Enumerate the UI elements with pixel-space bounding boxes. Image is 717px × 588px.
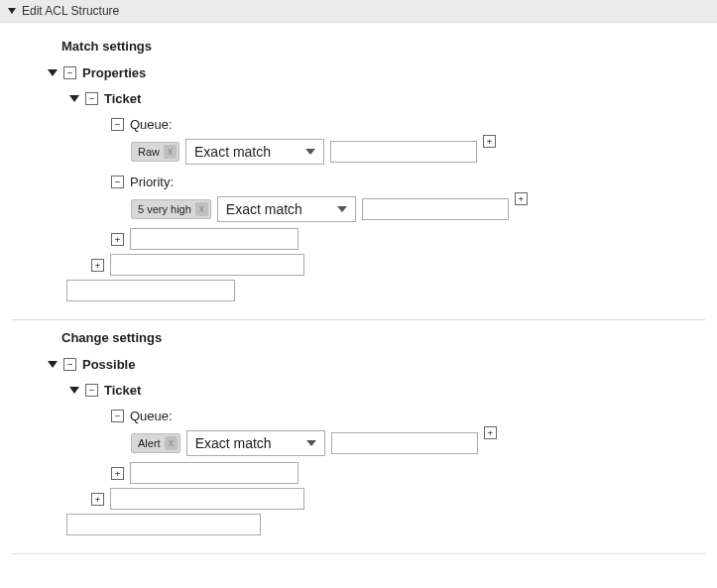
match-ticket-add-field-input[interactable] (130, 228, 299, 250)
match-properties-add-button[interactable]: + (91, 259, 104, 272)
match-priority-add-button[interactable]: + (515, 192, 528, 205)
change-queue-value-input[interactable] (331, 432, 478, 454)
match-queue-tag-text: Raw (138, 146, 160, 158)
change-queue-tag-text: Alert (138, 437, 161, 449)
change-queue-tag: Alert x (131, 433, 180, 453)
panel-title: Edit ACL Structure (22, 4, 119, 18)
match-ticket-collapse-button[interactable]: − (85, 92, 98, 105)
match-root-add-input[interactable] (66, 280, 235, 301)
match-ticket-node: − Ticket (69, 87, 705, 109)
match-section-title: Match settings (61, 39, 705, 54)
panel-body: Match settings − Properties − Ticket − Q… (0, 23, 717, 554)
change-queue-label: Queue: (130, 409, 173, 423)
match-queue-match-value: Exact match (194, 144, 271, 160)
possible-caret-icon[interactable] (48, 361, 58, 368)
match-queue-tag-remove[interactable]: x (164, 145, 177, 159)
change-possible-add-row: + (91, 488, 705, 510)
match-properties-add-row: + (91, 254, 705, 276)
change-ticket-add-field-button[interactable]: + (111, 467, 124, 480)
change-ticket-add-field-row: + (111, 462, 705, 484)
match-ticket-caret-icon[interactable] (69, 95, 79, 102)
match-ticket-label: Ticket (104, 91, 141, 106)
match-root-add-row (66, 280, 705, 301)
change-queue-match-select[interactable]: Exact match (186, 430, 325, 456)
divider (12, 319, 705, 320)
match-priority-row: 5 very high x Exact match + (131, 196, 705, 222)
change-root-add-input[interactable] (66, 514, 261, 535)
match-priority-header: − Priority: (111, 171, 705, 192)
match-queue-match-select[interactable]: Exact match (185, 139, 324, 165)
change-queue-add-button[interactable]: + (484, 426, 497, 439)
possible-label: Possible (82, 357, 135, 372)
change-root-add-row (66, 514, 705, 535)
panel-collapse-icon[interactable] (8, 8, 16, 14)
chevron-down-icon (337, 206, 347, 212)
match-queue-header: − Queue: (111, 113, 705, 135)
match-priority-match-select[interactable]: Exact match (217, 196, 356, 222)
change-ticket-node: − Ticket (69, 379, 705, 401)
divider-bottom (12, 553, 705, 554)
possible-collapse-button[interactable]: − (63, 358, 76, 371)
change-possible-add-input[interactable] (110, 488, 304, 510)
match-ticket-add-field-row: + (111, 228, 705, 250)
properties-collapse-button[interactable]: − (63, 66, 76, 79)
change-ticket-caret-icon[interactable] (69, 387, 79, 394)
change-ticket-label: Ticket (104, 383, 141, 398)
match-queue-collapse-button[interactable]: − (111, 118, 124, 131)
match-priority-label: Priority: (130, 175, 174, 189)
panel-header: Edit ACL Structure (0, 0, 717, 23)
properties-node: − Properties (48, 61, 705, 83)
match-priority-collapse-button[interactable]: − (111, 176, 124, 188)
chevron-down-icon (306, 440, 316, 446)
properties-caret-icon[interactable] (48, 69, 58, 76)
chevron-down-icon (305, 149, 315, 155)
match-properties-add-input[interactable] (110, 254, 304, 276)
match-queue-row: Raw x Exact match + (131, 139, 705, 165)
properties-label: Properties (82, 65, 146, 80)
change-section-title: Change settings (61, 330, 705, 345)
match-queue-tag: Raw x (131, 142, 179, 162)
change-ticket-add-field-input[interactable] (130, 462, 299, 484)
match-priority-tag: 5 very high x (131, 199, 211, 219)
change-queue-tag-remove[interactable]: x (165, 436, 178, 450)
match-priority-tag-remove[interactable]: x (195, 202, 208, 216)
change-possible-add-button[interactable]: + (91, 493, 104, 506)
match-queue-label: Queue: (130, 117, 173, 132)
match-queue-add-button[interactable]: + (483, 135, 496, 148)
change-queue-match-value: Exact match (195, 435, 272, 451)
change-queue-collapse-button[interactable]: − (111, 410, 124, 422)
change-queue-header: − Queue: (111, 405, 705, 426)
change-queue-row: Alert x Exact match + (131, 430, 705, 456)
possible-node: − Possible (48, 353, 705, 375)
match-queue-value-input[interactable] (330, 141, 477, 163)
match-priority-value-input[interactable] (362, 198, 509, 220)
match-ticket-add-field-button[interactable]: + (111, 233, 124, 246)
change-ticket-collapse-button[interactable]: − (85, 384, 98, 397)
match-priority-tag-text: 5 very high (138, 203, 191, 215)
match-priority-match-value: Exact match (226, 201, 302, 217)
